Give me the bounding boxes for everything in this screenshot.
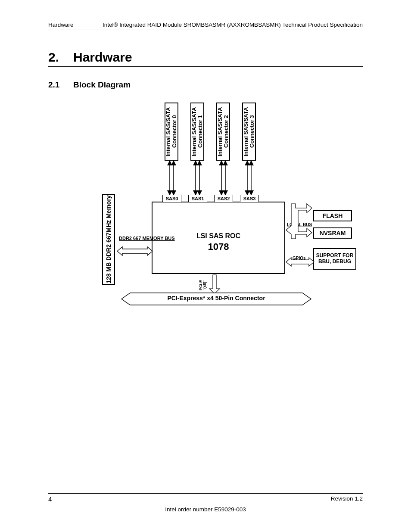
section-text: Block Diagram — [73, 80, 131, 90]
page-footer: 4 Revision 1.2 Intel order number E59029… — [48, 493, 363, 513]
section-title: 2.1 Block Diagram — [48, 80, 363, 90]
header-right: Intel® Integrated RAID Module SROMBSASMR… — [103, 22, 363, 28]
order-number: Intel order number E59029-003 — [48, 506, 363, 513]
header-left: Hardware — [48, 22, 74, 28]
pcie-connector-label: PCI-Express* x4 50-Pin Connector — [130, 295, 302, 302]
revision: Revision 1.2 — [331, 495, 363, 503]
chapter-title: 2. Hardware — [48, 50, 363, 67]
page-number: 4 — [48, 495, 52, 503]
section-number: 2.1 — [48, 80, 73, 90]
block-diagram: Internal SAS/SATA Connector 0 Internal S… — [74, 103, 363, 318]
chapter-text: Hardware — [73, 50, 132, 65]
page-header: Hardware Intel® Integrated RAID Module S… — [48, 22, 363, 29]
chapter-number: 2. — [48, 50, 73, 65]
